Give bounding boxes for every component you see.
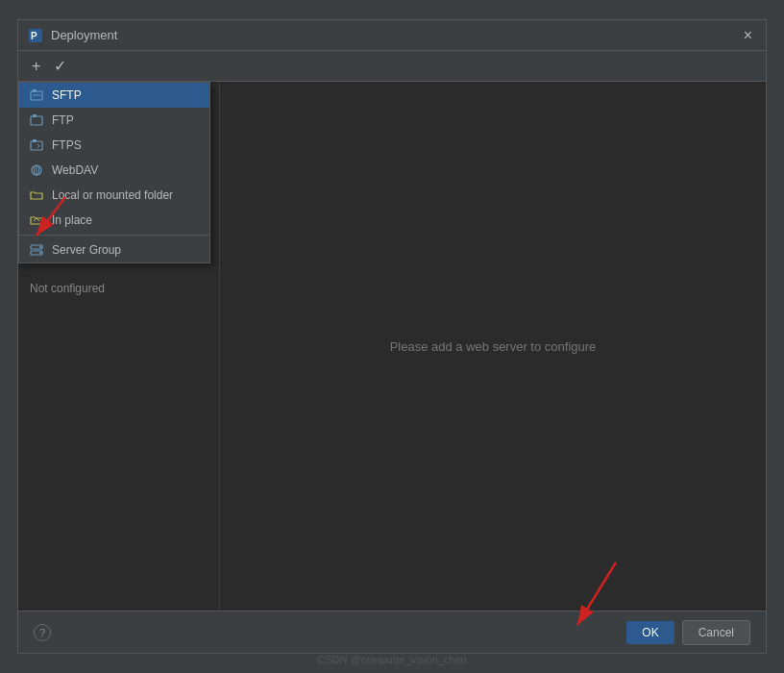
- footer-right: OK Cancel: [626, 620, 750, 645]
- menu-item-ftps-label: FTPS: [52, 138, 82, 152]
- close-button[interactable]: ×: [740, 26, 756, 45]
- menu-item-webdav-label: WebDAV: [52, 163, 98, 177]
- menu-separator: [19, 235, 209, 236]
- svg-text:P: P: [31, 31, 37, 41]
- help-button[interactable]: ?: [34, 624, 51, 641]
- svg-point-15: [39, 252, 41, 254]
- svg-rect-3: [33, 89, 37, 92]
- deployment-dialog: P Deployment × + ✓: [17, 19, 767, 654]
- title-bar: P Deployment ×: [18, 20, 766, 51]
- left-panel: SFTP FTP: [18, 82, 220, 611]
- ftp-icon: [29, 112, 44, 128]
- menu-item-inplace-label: In place: [52, 213, 92, 227]
- title-bar-left: P Deployment: [28, 28, 117, 43]
- ftps-icon: [29, 137, 44, 153]
- sftp-icon: [29, 87, 44, 103]
- empty-message: Please add a web server to configure: [390, 339, 597, 354]
- ok-button[interactable]: OK: [626, 621, 674, 644]
- footer: ? OK Cancel: [18, 611, 766, 653]
- server-item-not-configured[interactable]: Not configured: [18, 278, 219, 299]
- right-panel: Please add a web server to configure: [220, 82, 766, 611]
- menu-item-server-group-label: Server Group: [52, 243, 121, 257]
- menu-item-local-folder-label: Local or mounted folder: [52, 188, 173, 202]
- menu-item-ftps[interactable]: FTPS: [19, 133, 209, 158]
- local-folder-icon: [29, 187, 44, 203]
- menu-item-inplace[interactable]: In place: [19, 208, 209, 233]
- menu-item-server-group[interactable]: Server Group: [19, 237, 209, 262]
- server-group-icon: [29, 242, 44, 258]
- svg-rect-5: [31, 116, 42, 125]
- svg-point-14: [39, 246, 41, 248]
- svg-rect-7: [31, 141, 42, 150]
- webdav-icon: [29, 162, 44, 178]
- add-button[interactable]: +: [26, 56, 46, 77]
- menu-item-ftp[interactable]: FTP: [19, 108, 209, 133]
- menu-item-webdav[interactable]: WebDAV: [19, 158, 209, 183]
- content-area: SFTP FTP: [18, 82, 766, 611]
- svg-rect-6: [33, 114, 37, 117]
- watermark: CSDN @computer_vision_chen: [317, 654, 466, 665]
- cancel-button[interactable]: Cancel: [682, 620, 750, 645]
- server-item-label: Not configured: [30, 282, 105, 295]
- menu-item-ftp-label: FTP: [52, 113, 74, 127]
- menu-item-sftp-label: SFTP: [52, 88, 82, 102]
- app-icon: P: [28, 28, 43, 43]
- menu-item-local-folder[interactable]: Local or mounted folder: [19, 183, 209, 208]
- dialog-title: Deployment: [51, 28, 117, 42]
- menu-item-sftp[interactable]: SFTP: [19, 83, 209, 108]
- toolbar: + ✓: [18, 51, 766, 82]
- confirm-button[interactable]: ✓: [48, 55, 72, 77]
- inplace-icon: [29, 212, 44, 228]
- svg-rect-8: [33, 139, 37, 142]
- type-dropdown-menu: SFTP FTP: [18, 82, 210, 263]
- server-list: Not configured: [18, 274, 219, 303]
- footer-left: ?: [34, 624, 51, 641]
